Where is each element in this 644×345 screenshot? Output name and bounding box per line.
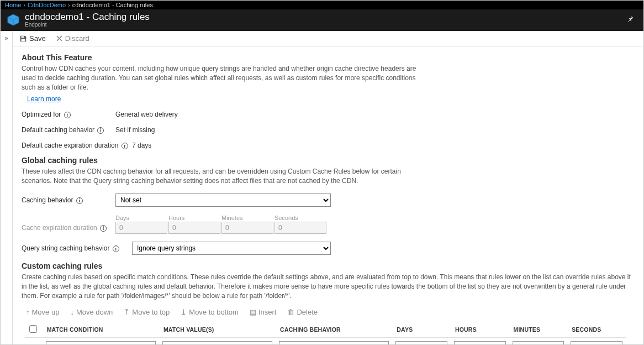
cache-expiration-label: Cache expiration duration i	[22, 224, 115, 234]
info-icon[interactable]: i	[76, 197, 83, 204]
move-up-button[interactable]: ↑Move up	[26, 308, 59, 316]
insert-button[interactable]: ▤Insert	[250, 308, 277, 316]
custom-rules-heading: Custom caching rules	[22, 262, 635, 270]
resource-type-label: Endpoint	[25, 22, 150, 28]
query-string-label: Query string caching behavior i	[22, 244, 132, 252]
minutes-input	[221, 222, 273, 234]
discard-button[interactable]: Discard	[56, 34, 89, 43]
row-seconds-input[interactable]	[571, 341, 622, 345]
default-caching-behavior-label: Default caching behavior i	[22, 126, 115, 134]
breadcrumb-sep: ›	[23, 2, 25, 8]
hours-input	[168, 222, 220, 234]
svg-rect-3	[22, 39, 25, 41]
move-down-button[interactable]: ↓Move down	[70, 308, 113, 316]
custom-rules-description: Create caching rules based on specific m…	[22, 273, 635, 300]
breadcrumb-parent[interactable]: CdnDocDemo	[28, 2, 66, 8]
breadcrumb-home[interactable]: Home	[5, 2, 21, 8]
endpoint-icon	[6, 13, 20, 27]
default-expiration-label: Default cache expiration duration i	[22, 142, 132, 149]
info-icon[interactable]: i	[64, 112, 71, 118]
custom-rules-table: MATCH CONDITION MATCH VALUE(S) CACHING B…	[25, 322, 626, 345]
rules-toolbar: ↑Move up ↓Move down ⤒Move to top ⤓Move t…	[22, 300, 635, 322]
days-label: Days	[115, 215, 167, 221]
match-values-input[interactable]	[162, 341, 272, 345]
breadcrumb-sep: ›	[68, 2, 70, 8]
move-top-button[interactable]: ⤒Move to top	[124, 308, 170, 316]
save-label: Save	[29, 34, 46, 43]
save-button[interactable]: Save	[19, 34, 46, 43]
default-expiration-value: 7 days	[132, 142, 151, 149]
row-hours-input[interactable]	[454, 341, 506, 345]
title-bar: cdndocdemo1 - Caching rules Endpoint	[1, 9, 643, 31]
col-seconds: SECONDS	[567, 322, 626, 338]
row-caching-behavior-select[interactable]	[279, 341, 389, 345]
command-bar: Save Discard	[13, 31, 643, 46]
info-icon[interactable]: i	[122, 143, 128, 149]
arrow-bottom-icon: ⤓	[181, 308, 187, 316]
seconds-input	[275, 222, 326, 234]
select-all-checkbox[interactable]	[29, 325, 37, 333]
col-match-values: MATCH VALUE(S)	[159, 322, 276, 338]
discard-icon	[56, 35, 63, 42]
info-icon[interactable]: i	[97, 127, 104, 134]
caching-behavior-label: Caching behavior i	[22, 196, 115, 204]
info-icon[interactable]: i	[113, 245, 119, 252]
days-input	[115, 222, 167, 234]
default-caching-behavior-value: Set if missing	[115, 126, 155, 134]
query-string-select[interactable]: Ignore query strings	[132, 242, 331, 255]
col-days: DAYS	[392, 322, 451, 338]
global-rules-heading: Global caching rules	[22, 156, 635, 165]
col-match-condition: MATCH CONDITION	[43, 322, 159, 338]
move-bottom-button[interactable]: ⤓Move to bottom	[181, 308, 239, 316]
svg-rect-2	[22, 36, 24, 38]
col-caching-behavior: CACHING BEHAVIOR	[276, 322, 392, 338]
save-icon	[19, 35, 27, 43]
sidebar-expand-toggle[interactable]: »	[1, 31, 13, 345]
discard-label: Discard	[65, 34, 89, 43]
optimized-for-value: General web delivery	[115, 111, 178, 118]
optimized-for-label: Optimized for i	[22, 111, 115, 118]
delete-button[interactable]: 🗑Delete	[287, 308, 318, 316]
pin-icon[interactable]	[627, 15, 635, 23]
seconds-label: Seconds	[275, 215, 326, 221]
hours-label: Hours	[168, 215, 220, 221]
about-description: Control how CDN caches your content, inc…	[22, 64, 430, 92]
global-rules-description: These rules affect the CDN caching behav…	[22, 167, 430, 186]
col-hours: HOURS	[451, 322, 509, 338]
row-days-input[interactable]	[395, 341, 447, 345]
table-row	[25, 338, 626, 345]
arrow-top-icon: ⤒	[124, 308, 130, 316]
match-condition-select[interactable]	[46, 341, 156, 345]
breadcrumb-current: cdndocdemo1 - Caching rules	[72, 2, 153, 8]
arrow-up-icon: ↑	[26, 308, 30, 316]
about-heading: About This Feature	[22, 53, 635, 62]
minutes-label: Minutes	[221, 215, 273, 221]
learn-more-link[interactable]: Learn more	[27, 95, 61, 103]
col-minutes: MINUTES	[509, 322, 568, 338]
breadcrumb: Home › CdnDocDemo › cdndocdemo1 - Cachin…	[1, 1, 643, 9]
delete-icon: 🗑	[287, 308, 294, 316]
insert-icon: ▤	[250, 308, 256, 316]
page-title: cdndocdemo1 - Caching rules	[25, 12, 150, 23]
caching-behavior-select[interactable]: Not set	[115, 194, 331, 207]
info-icon[interactable]: i	[100, 225, 107, 232]
arrow-down-icon: ↓	[70, 308, 74, 316]
row-minutes-input[interactable]	[513, 341, 564, 345]
